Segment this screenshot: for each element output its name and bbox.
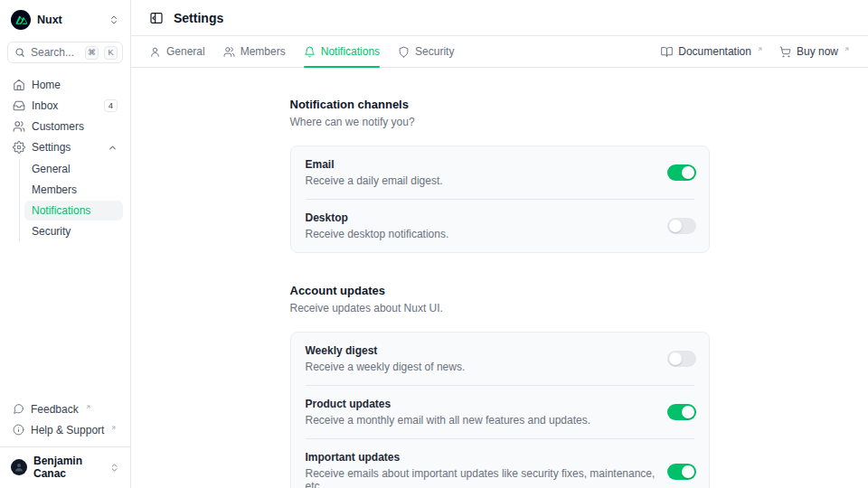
settings-content: Notification channels Where can we notif… [131,68,868,488]
team-name: Nuxt [37,14,102,26]
home-icon [13,79,25,91]
setting-row-product-updates: Product updates Receive a monthly email … [291,386,709,438]
setting-description: Receive desktop notifications. [306,228,656,240]
setting-label: Desktop [306,211,656,224]
avatar [11,459,27,475]
inbox-count-badge: 4 [104,99,118,112]
sidebar-item-label: Settings [32,141,71,154]
shopping-cart-icon [779,46,791,58]
info-circle-icon [13,424,24,436]
chat-bubble-icon [13,403,24,415]
external-link-icon [757,46,763,52]
sidebar-item-notifications[interactable]: Notifications [24,201,123,221]
sidebar-item-label: Security [32,225,71,238]
sidebar: Nuxt Search... ⌘ K Home [0,0,131,488]
users-icon [13,120,25,133]
sidebar-item-label: Customers [32,120,84,133]
help-support-link[interactable]: Help & Support [7,420,123,439]
sidebar-item-inbox[interactable]: Inbox 4 [7,96,123,116]
settings-card: Email Receive a daily email digest. Desk… [290,145,710,253]
gear-icon [13,141,25,154]
header-actions: Documentation Buy now [661,45,850,58]
section-account-updates: Account updates Receive updates about Nu… [290,284,710,488]
section-description: Receive updates about Nuxt UI. [290,302,710,314]
setting-label: Email [306,158,656,171]
sidebar-item-members[interactable]: Members [24,180,123,200]
sidebar-item-settings[interactable]: Settings [7,137,123,157]
section-title: Account updates [290,284,710,297]
setting-description: Receive a daily email digest. [306,174,656,187]
sidebar-item-security[interactable]: Security [24,221,123,241]
setting-label: Important updates [306,451,656,464]
desktop-toggle[interactable] [667,218,696,234]
team-selector[interactable]: Nuxt [7,7,123,33]
sidebar-item-customers[interactable]: Customers [7,117,123,136]
setting-label: Weekly digest [306,344,656,357]
users-icon [223,46,235,58]
toggle-knob [682,465,694,478]
sidebar-footer: Feedback Help & Support [7,399,123,446]
inbox-icon [13,99,25,112]
settings-card: Weekly digest Receive a weekly digest of… [290,332,710,488]
tab-label: General [166,45,205,58]
setting-row-important-updates: Important updates Receive emails about i… [291,439,709,488]
section-title: Notification channels [290,98,710,111]
toggle-knob [682,406,694,418]
tab-security[interactable]: Security [398,36,454,67]
product-updates-toggle[interactable] [667,404,696,420]
search-placeholder: Search... [31,46,80,59]
user-name: Benjamin Canac [33,455,103,480]
sidebar-nav: Home Inbox 4 Customers Settings [7,75,123,241]
footer-item-label: Help & Support [31,424,104,436]
chevron-up-icon [108,143,118,153]
setting-label: Product updates [306,398,656,410]
action-label: Buy now [797,45,838,58]
setting-description: Receive a weekly digest of news. [306,361,656,373]
nuxt-logo-icon [11,10,31,30]
sidebar-item-general[interactable]: General [24,159,123,179]
chevrons-up-down-icon [108,14,119,25]
action-label: Documentation [678,45,751,58]
tab-members[interactable]: Members [223,36,286,67]
setting-description: Receive a monthly email with all new fea… [306,414,656,427]
tab-general[interactable]: General [149,36,205,67]
toggle-knob [682,166,694,179]
shield-icon [398,46,410,58]
external-link-icon [85,404,91,410]
user-icon [149,46,161,58]
weekly-digest-toggle[interactable] [667,351,696,367]
setting-row-desktop: Desktop Receive desktop notifications. [291,200,709,252]
section-description: Where can we notify you? [290,116,710,128]
buy-now-button[interactable]: Buy now [779,45,850,58]
main-panel: Settings General Members Notifications [131,0,868,488]
section-notification-channels: Notification channels Where can we notif… [290,98,710,253]
toggle-knob [669,220,682,232]
important-updates-toggle[interactable] [667,464,696,480]
user-menu[interactable]: Benjamin Canac [0,446,130,488]
setting-row-email: Email Receive a daily email digest. [291,146,709,199]
feedback-link[interactable]: Feedback [7,399,123,418]
footer-item-label: Feedback [31,403,79,416]
setting-description: Receive emails about important updates l… [306,467,656,488]
page-header: Settings [131,0,868,36]
collapse-sidebar-icon[interactable] [149,11,164,25]
bell-icon [304,46,316,58]
sidebar-item-label: Members [32,183,77,196]
documentation-link[interactable]: Documentation [661,45,763,58]
sidebar-item-label: Notifications [32,204,90,217]
tab-label: Notifications [321,45,380,58]
tab-notifications[interactable]: Notifications [304,36,380,67]
sidebar-item-home[interactable]: Home [7,75,123,95]
sidebar-item-label: Home [32,79,61,91]
search-icon [14,47,25,58]
email-toggle[interactable] [667,164,696,181]
tab-label: Security [415,45,454,58]
sidebar-item-label: General [32,163,71,175]
external-link-icon [844,46,850,52]
search-input[interactable]: Search... ⌘ K [7,42,123,63]
app-window: Nuxt Search... ⌘ K Home [0,0,868,488]
page-title: Settings [174,11,223,25]
setting-row-weekly-digest: Weekly digest Receive a weekly digest of… [291,333,709,385]
tab-label: Members [241,45,286,58]
kbd-key: K [104,46,118,60]
